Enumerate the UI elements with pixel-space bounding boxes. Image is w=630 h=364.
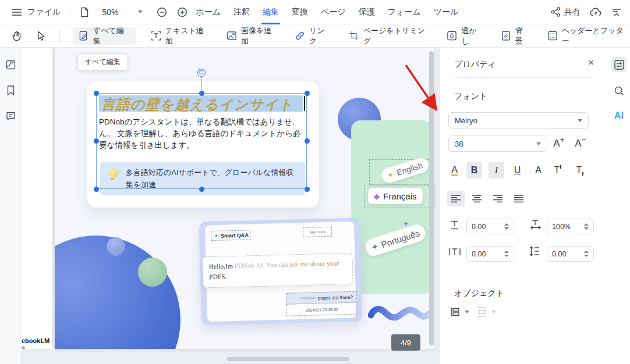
add-text-icon [151, 30, 161, 41]
properties-panel: プロパティ × フォント Meiryo 38 A A A B I U A T [440, 48, 607, 364]
superscript-button[interactable]: T [550, 162, 565, 179]
stepper-arrows[interactable] [584, 251, 589, 257]
ai-assistant-icon[interactable]: AI [611, 108, 627, 123]
previous-page-edge[interactable]: ebookLM [21, 48, 52, 349]
increase-font-size-button[interactable]: A [551, 135, 567, 152]
tab-tools[interactable]: ツール [434, 0, 459, 24]
add-image-button[interactable]: 画像を追加 [224, 27, 279, 45]
zoom-in-icon[interactable] [177, 7, 187, 17]
bold-button[interactable]: B [466, 162, 482, 179]
close-icon[interactable]: × [588, 57, 594, 69]
chat-greeting-bubble[interactable]: Hello,Im PDNob AI. You can ask me about … [202, 253, 353, 288]
stepper-arrows[interactable] [584, 223, 589, 230]
bookmarks-panel-icon[interactable] [3, 83, 18, 98]
chevron-down-icon [578, 119, 582, 122]
selection-handle-ne[interactable] [305, 91, 310, 96]
stepper-arrows[interactable] [504, 223, 509, 230]
add-text-button[interactable]: テキスト追加 [148, 27, 211, 45]
collapse-toolbar-icon[interactable] [611, 8, 622, 17]
crop-page-button[interactable]: ページをトリミング [346, 27, 432, 45]
green-sphere [138, 258, 167, 287]
selection-handle-nw[interactable] [94, 91, 99, 96]
stepper-arrows[interactable] [504, 251, 509, 257]
selection-handle-se[interactable] [305, 187, 310, 192]
selection-handle-sw[interactable] [94, 187, 99, 192]
decrease-font-size-button[interactable]: A [572, 135, 588, 152]
font-family-select[interactable]: Meiryo [448, 112, 589, 129]
link-button[interactable]: リンク [292, 27, 334, 45]
zoom-out-icon[interactable] [157, 7, 167, 17]
header-footer-button[interactable]: ヘッダーとフッター [545, 27, 630, 45]
file-menu[interactable]: ファイル [27, 7, 61, 17]
align-objects-button[interactable] [450, 306, 469, 317]
line-spacing-stepper[interactable]: 0.00 [547, 246, 594, 262]
align-center-button[interactable] [468, 191, 486, 206]
tab-home[interactable]: ホーム [196, 0, 221, 24]
align-right-button[interactable] [489, 191, 507, 206]
share-button[interactable]: 共有 [551, 7, 581, 17]
tab-convert[interactable]: 変換 [292, 0, 308, 24]
thumbnails-panel-icon[interactable] [3, 57, 18, 72]
strikethrough-button[interactable]: A [530, 162, 546, 179]
tab-edit[interactable]: 編集 [263, 0, 279, 24]
selection-handle-n[interactable] [199, 91, 204, 96]
character-spacing-stepper[interactable]: 0.00 [466, 246, 514, 262]
italic-button[interactable]: I [489, 162, 504, 179]
chat-timestamp-box: 2024/1/1 22:38:30 [286, 304, 358, 316]
document-canvas[interactable]: ebookLM ✦ English ◆ Français ✦ ✦ Por [21, 48, 440, 364]
underline-button[interactable]: U [509, 162, 525, 179]
zoom-dropdown-caret[interactable] [138, 10, 143, 13]
chevron-down-icon [465, 311, 469, 313]
edit-all-tooltip: すべて編集 [77, 53, 128, 70]
hand-tool-icon[interactable] [10, 30, 23, 42]
blue-squiggle [368, 300, 431, 327]
character-spacing-icon [448, 247, 461, 257]
left-sidebar [0, 48, 21, 364]
baseline-offset-stepper[interactable]: 0.00 [466, 219, 514, 234]
chat-question-bubble[interactable]: pages are there? [286, 291, 357, 305]
subscript-mark [582, 172, 583, 176]
divider [70, 7, 70, 17]
horizontal-scale-stepper[interactable]: 100% [547, 219, 594, 234]
rotation-handle[interactable] [197, 69, 206, 77]
diamond-icon: ◆ [374, 192, 380, 201]
tab-protect[interactable]: 保護 [359, 0, 375, 24]
font-size-select[interactable]: 38 [448, 135, 547, 152]
watermark-button[interactable]: 透かし [444, 27, 486, 45]
vertical-scrollbar[interactable] [429, 51, 434, 345]
chat-app-label: ✦ Smart Q&A [211, 230, 250, 241]
selection-handle-s[interactable] [199, 187, 204, 192]
zoom-level-value[interactable]: 50% [102, 8, 118, 17]
cloud-upload-icon[interactable] [590, 7, 602, 17]
properties-panel-icon[interactable] [611, 57, 627, 72]
justify-button[interactable] [510, 191, 528, 206]
small-blue-sphere [107, 237, 125, 256]
tab-page[interactable]: ページ [321, 0, 346, 24]
background-button[interactable]: 背景 [498, 27, 532, 45]
watermark-icon [447, 30, 457, 41]
edit-all-button[interactable]: すべて編集 [73, 27, 136, 45]
search-icon[interactable] [611, 83, 627, 98]
align-left-button[interactable] [447, 191, 465, 206]
selection-handle-w[interactable] [94, 138, 99, 144]
page-display-icon[interactable] [80, 7, 89, 17]
placeholder-bar [300, 297, 316, 299]
align-objects-icon [450, 306, 461, 317]
link-icon [295, 30, 305, 41]
tab-form[interactable]: フォーム [388, 0, 421, 24]
chat-header-pill [303, 227, 332, 237]
tab-annotate[interactable]: 注釈 [233, 0, 250, 24]
edit-toolbar: すべて編集 テキスト追加 画像を追加 リンク ページをトリミング 透かし 背景 [0, 24, 630, 48]
francais-tag[interactable]: ◆ Français [368, 188, 423, 204]
select-cursor-icon[interactable] [36, 30, 47, 42]
pdf-page[interactable]: ✦ English ◆ Français ✦ ✦ Português ✦ Sma… [55, 48, 434, 349]
selection-handle-e[interactable] [305, 138, 310, 144]
comments-panel-icon[interactable] [3, 109, 18, 124]
horizontal-scrollbar[interactable] [227, 357, 349, 361]
selection-box[interactable] [96, 93, 307, 189]
subscript-button[interactable]: T [572, 162, 587, 179]
distribute-objects-button[interactable] [476, 306, 496, 317]
hamburger-menu-icon[interactable] [12, 8, 22, 17]
font-color-button[interactable]: A [447, 162, 462, 179]
placeholder-bar [310, 231, 316, 233]
